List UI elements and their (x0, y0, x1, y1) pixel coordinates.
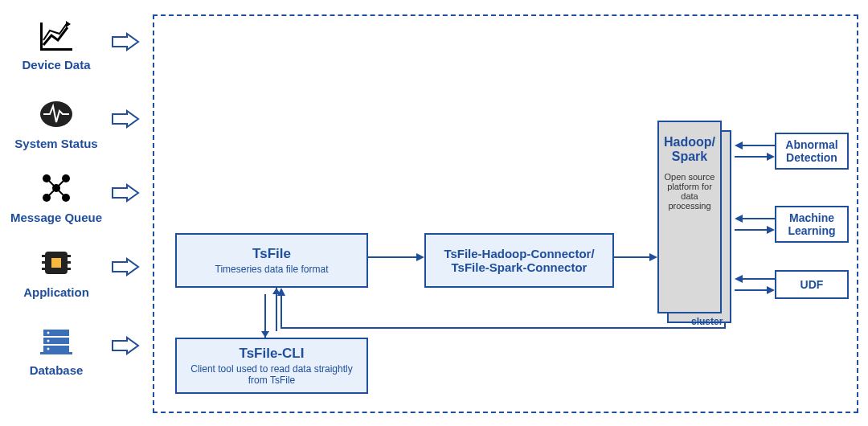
svg-line-9 (56, 178, 66, 188)
source-system-status: System Status (8, 95, 104, 150)
source-label: Device Data (22, 58, 90, 72)
svg-rect-15 (42, 261, 45, 264)
svg-rect-19 (68, 268, 71, 270)
source-label: System Status (14, 137, 97, 150)
source-label: Application (23, 285, 89, 299)
svg-point-24 (47, 332, 50, 334)
arrow-bidir-icon (735, 272, 767, 297)
svg-rect-18 (68, 261, 71, 264)
svg-line-11 (56, 188, 66, 198)
node-connector: TsFile-Hadoop-Connector/ TsFile-Spark-Co… (424, 233, 614, 288)
output-machine-learning: Machine Learning (775, 206, 849, 243)
chart-icon (37, 16, 76, 55)
svg-rect-14 (42, 255, 45, 257)
output-label: Detection (785, 151, 837, 164)
output-udf: UDF (775, 270, 849, 299)
arrow-tsfile-to-connector (368, 249, 424, 265)
source-application: Application (8, 244, 104, 299)
server-icon (37, 322, 76, 360)
svg-rect-0 (40, 48, 72, 51)
output-abnormal-detection: Abnormal Detection (775, 133, 849, 170)
arrow-bidir-icon (735, 139, 767, 163)
hadoop-title: Spark (664, 150, 715, 164)
source-message-queue: Message Queue (8, 169, 104, 224)
svg-line-10 (47, 188, 56, 198)
output-label: UDF (800, 278, 824, 291)
source-database: Database (8, 322, 104, 377)
source-label: Database (30, 363, 84, 377)
node-tsfile: TsFile Timeseries data file format (175, 233, 368, 288)
svg-rect-16 (42, 268, 45, 270)
network-icon (37, 169, 76, 207)
arrow-right-icon (111, 257, 140, 276)
arrow-right-icon (111, 109, 140, 129)
source-device-data: Device Data (8, 16, 104, 72)
svg-rect-13 (51, 258, 61, 268)
node-subtitle: Client tool used to read data straightly… (185, 363, 358, 386)
arrow-hadoop-to-tsfile (272, 288, 735, 334)
output-label: Learning (788, 224, 835, 237)
arrow-connector-to-hadoop (614, 249, 657, 265)
node-title: TsFile-Spark-Connector (434, 260, 604, 274)
node-title: TsFile-Hadoop-Connector/ (434, 247, 604, 260)
hadoop-title: Hadoop/ (664, 135, 715, 150)
svg-point-26 (47, 348, 50, 350)
arrow-right-icon (111, 32, 140, 51)
output-label: Machine (788, 211, 835, 224)
output-label: Abnormal (785, 138, 837, 151)
node-title: TsFile-CLI (185, 346, 358, 362)
node-subtitle: Timeseries data file format (185, 264, 358, 275)
arrow-bidir-icon (735, 212, 767, 236)
node-title: TsFile (185, 246, 358, 262)
svg-rect-17 (68, 255, 71, 257)
svg-line-8 (47, 178, 56, 188)
svg-rect-23 (40, 352, 72, 354)
node-tsfile-cli: TsFile-CLI Client tool used to read data… (175, 338, 368, 394)
arrow-right-icon (111, 336, 140, 355)
source-label: Message Queue (10, 211, 102, 224)
svg-point-25 (47, 340, 50, 342)
pulse-icon (37, 95, 76, 133)
hadoop-subtitle: Open source platform for data processing (664, 172, 715, 211)
svg-rect-1 (40, 23, 43, 48)
arrow-right-icon (111, 183, 140, 203)
hadoop-front-card: Hadoop/ Spark Open source platform for d… (657, 121, 722, 313)
chip-icon (37, 244, 76, 282)
